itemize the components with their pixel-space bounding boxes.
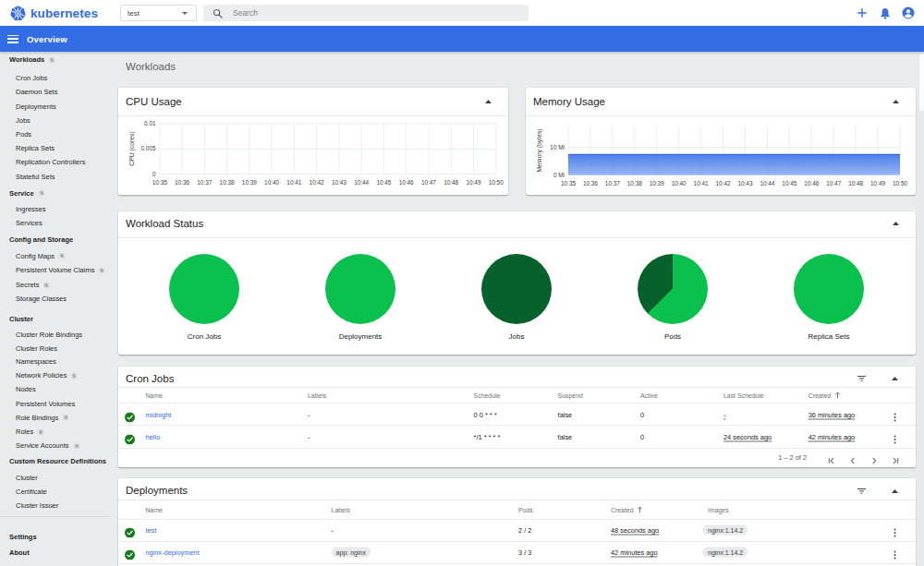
workload-status-item: Pods [617, 254, 728, 341]
sidebar-item-config-maps[interactable]: Config MapsN [16, 250, 73, 261]
sidebar-item-namespaces[interactable]: Namespaces [16, 356, 56, 367]
workload-status-item: Deployments [305, 254, 416, 341]
filter-icon[interactable] [857, 376, 866, 381]
create-resource-button[interactable] [851, 0, 873, 26]
sidebar-item-label: Cluster [9, 315, 33, 323]
column-header-active[interactable]: Active [640, 391, 658, 398]
sidebar-item-cluster-role-bindings[interactable]: Cluster Role Bindings [16, 329, 82, 340]
sidebar-item-cluster-roles[interactable]: Cluster Roles [16, 343, 57, 354]
sort-ascending-icon [834, 391, 841, 399]
search-input[interactable] [233, 8, 492, 18]
account-button[interactable] [897, 0, 919, 26]
sidebar-item-custom-resource-definitions[interactable]: Custom Resource Definitions [9, 456, 106, 467]
column-header-name[interactable]: Name [145, 391, 162, 398]
cell-created: 36 minutes ago [808, 410, 856, 418]
kubernetes-logo[interactable]: kubernetes [10, 0, 98, 26]
row-actions-menu[interactable] [890, 525, 900, 536]
row-actions-menu[interactable] [890, 431, 900, 441]
hamburger-menu-icon[interactable] [7, 35, 18, 43]
deployments-card: Deployments NameLabelsPodsCreated Images… [118, 478, 916, 566]
sidebar-item-cluster[interactable]: Cluster [9, 313, 33, 324]
page-title: Overview [27, 34, 67, 44]
column-header-images[interactable]: Images [708, 506, 729, 512]
cell-last-schedule: - [723, 410, 725, 418]
column-header-labels[interactable]: Labels [308, 391, 326, 398]
sidebar-item-network-policies[interactable]: Network PoliciesN [16, 370, 85, 381]
sidebar-item-workloads[interactable]: WorkloadsN [9, 54, 63, 66]
sidebar-item-persistent-volumes[interactable]: Persistent Volumes [16, 398, 75, 409]
sidebar-item-replication-controllers[interactable]: Replication Controllers [16, 157, 85, 168]
sidebar-item-deployments[interactable]: Deployments [16, 101, 56, 112]
sidebar-item-cluster[interactable]: Cluster [16, 472, 38, 483]
sidebar-item-persistent-volume-claims[interactable]: Persistent Volume ClaimsN [16, 265, 113, 276]
cell-name[interactable]: midnight [145, 410, 171, 418]
sidebar-item-certificate[interactable]: Certificate [16, 486, 47, 497]
search-bar[interactable] [203, 5, 529, 21]
cell-name[interactable]: nginx-deployment [145, 548, 199, 557]
status-ok-icon [125, 550, 135, 560]
sidebar-item-cluster-issuer[interactable]: Cluster Issuer [16, 500, 58, 511]
namespace-select-value: test [128, 9, 182, 18]
cron-jobs-card: Cron Jobs NameLabelsScheduleSuspendActiv… [118, 367, 916, 467]
collapse-card-icon[interactable] [893, 100, 899, 103]
sidebar-item-storage-classes[interactable]: Storage Classes [16, 294, 67, 305]
bell-icon [880, 7, 891, 19]
sidebar-item-label: Nodes [16, 385, 36, 393]
sidebar-item-replica-sets[interactable]: Replica Sets [16, 143, 55, 154]
first-page-button[interactable] [827, 452, 836, 462]
sidebar-item-nodes[interactable]: Nodes [16, 384, 36, 395]
scrollbar-thumb[interactable] [919, 54, 924, 111]
sidebar-item-label: Persistent Volume Claims [16, 266, 94, 274]
dropdown-caret-icon [182, 12, 188, 15]
svg-text:10:37: 10:37 [197, 179, 212, 186]
row-actions-menu[interactable] [890, 409, 900, 419]
last-page-button[interactable] [891, 452, 900, 462]
cell-name[interactable]: hello [145, 432, 160, 440]
sidebar-item-service-accounts[interactable]: Service AccountsN [16, 440, 88, 452]
sidebar-item-label: Service Accounts [16, 441, 69, 450]
sidebar-item-pods[interactable]: Pods [16, 128, 31, 139]
cell-created: 48 seconds ago [611, 526, 659, 535]
sidebar-item-secrets[interactable]: SecretsN [16, 280, 57, 291]
sidebar-item-about[interactable]: About [9, 547, 30, 558]
sidebar-item-jobs[interactable]: Jobs [16, 114, 30, 126]
cell-name[interactable]: test [145, 526, 156, 535]
collapse-card-icon[interactable] [485, 100, 492, 103]
sidebar-item-label: Replica Sets [16, 144, 55, 152]
collapse-card-icon[interactable] [892, 489, 898, 493]
collapse-card-icon[interactable] [893, 222, 899, 225]
sidebar-item-stateful-sets[interactable]: Stateful Sets [16, 171, 55, 182]
column-header-name[interactable]: Name [145, 506, 162, 512]
previous-page-button[interactable] [848, 452, 857, 462]
column-header-labels[interactable]: Labels [332, 506, 350, 512]
sidebar-item-label: Roles [16, 428, 33, 436]
sidebar-item-services[interactable]: Services [16, 218, 43, 229]
namespace-select[interactable]: test [120, 5, 197, 21]
column-header-suspend[interactable]: Suspend [558, 391, 583, 398]
column-header-pods[interactable]: Pods [518, 506, 533, 512]
collapse-card-icon[interactable] [892, 377, 898, 380]
sidebar-item-label: Secrets [16, 281, 39, 289]
sidebar-item-role-bindings[interactable]: Role BindingsN [16, 412, 77, 423]
sidebar-item-settings[interactable]: Settings [9, 532, 37, 543]
next-page-button[interactable] [869, 452, 879, 462]
sidebar-item-roles[interactable]: RolesN [16, 427, 52, 438]
column-header-schedule[interactable]: Schedule [474, 391, 501, 398]
sidebar-item-cron-jobs[interactable]: Cron Jobs [16, 72, 47, 83]
sidebar-item-service[interactable]: ServiceN [9, 187, 53, 199]
sidebar-item-label: Network Policies [16, 371, 67, 379]
sidebar-item-ingresses[interactable]: Ingresses [16, 204, 46, 215]
row-actions-menu[interactable] [890, 548, 900, 558]
column-header-last-schedule[interactable]: Last Schedule [723, 391, 764, 398]
svg-text:10:37: 10:37 [605, 180, 620, 187]
column-header-created[interactable]: Created [611, 506, 643, 513]
svg-text:0.01: 0.01 [144, 120, 156, 126]
column-header-created[interactable]: Created [808, 391, 841, 399]
scrollbar[interactable] [918, 52, 924, 566]
cell-last-schedule: 24 seconds ago [723, 432, 772, 440]
filter-icon[interactable] [857, 488, 866, 494]
sidebar-item-config-and-storage[interactable]: Config and Storage [9, 235, 73, 246]
workload-status-item: Replica Sets [773, 254, 884, 341]
notifications-button[interactable] [874, 0, 896, 26]
sidebar-item-daemon-sets[interactable]: Daemon Sets [16, 87, 57, 98]
